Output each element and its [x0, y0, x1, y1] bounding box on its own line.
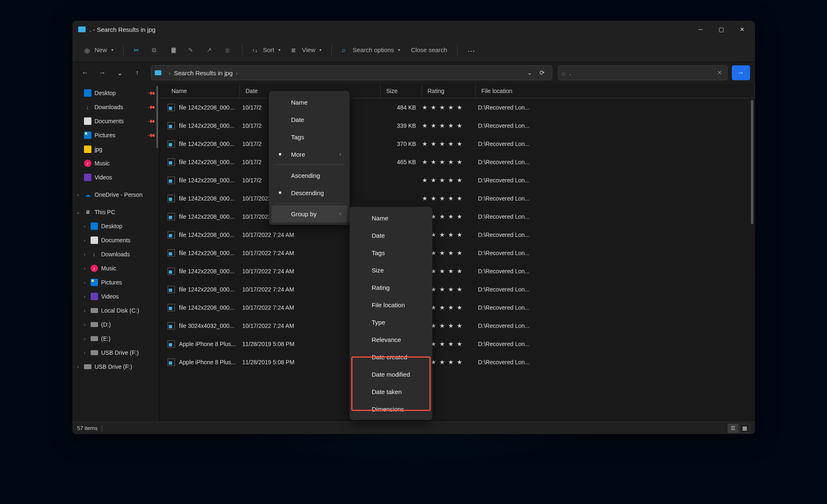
groupby-date-taken[interactable]: Date taken [352, 383, 430, 400]
view-button[interactable]: View▾ [287, 42, 326, 58]
chevron-right-icon[interactable]: › [82, 322, 88, 327]
file-row[interactable]: Apple iPhone 8 Plus...11/28/2019 5:08 PM… [159, 335, 755, 353]
sidebar-item[interactable]: ›Desktop [72, 219, 159, 233]
sidebar-item[interactable]: Downloads📌 [72, 100, 159, 114]
sort-menu-date[interactable]: Date [271, 111, 347, 128]
more-button[interactable] [463, 42, 479, 58]
file-row[interactable]: file 1242x2208_000...10/17/2465 KB★ ★ ★ … [159, 153, 755, 171]
address-bar[interactable]: › Search Results in jpg › ⌄ ⟳ [151, 65, 552, 80]
search-input[interactable]: ⌕ . ✕ [558, 65, 728, 80]
chevron-right-icon[interactable]: › [82, 266, 88, 271]
groupby-dimensions[interactable]: Dimensions [352, 400, 430, 418]
new-button[interactable]: New▾ [80, 42, 117, 58]
sort-menu-name[interactable]: Name [271, 93, 347, 111]
back-button[interactable]: ← [77, 65, 93, 81]
title-bar[interactable]: . - Search Results in jpg ─ ▢ ✕ [72, 21, 755, 38]
groupby-rating[interactable]: Rating [352, 279, 430, 296]
cut-button[interactable] [129, 42, 145, 58]
sidebar-item[interactable]: ›Local Disk (C:) [72, 303, 159, 318]
column-header-name[interactable]: Name [159, 84, 240, 98]
file-row[interactable]: file 3024x4032_000...10/17/2022 7:24 AM★… [159, 317, 755, 335]
chevron-right-icon[interactable]: › [82, 294, 88, 299]
chevron-right-icon[interactable]: › [82, 238, 88, 243]
sort-menu-descending[interactable]: Descending [271, 184, 347, 201]
delete-button[interactable] [221, 42, 236, 58]
groupby-name[interactable]: Name [352, 209, 430, 227]
file-row[interactable]: file 1242x2208_000...10/17/2022 7:24 AM★… [159, 299, 755, 317]
sidebar-item[interactable]: jpg [72, 142, 159, 156]
sidebar-item-usb-drive[interactable]: ›USB Drive (F:) [72, 360, 159, 374]
sidebar-item[interactable]: ›Music [72, 261, 159, 275]
chevron-right-icon[interactable]: › [75, 192, 82, 197]
clear-search-button[interactable]: ✕ [715, 67, 724, 78]
chevron-down-icon[interactable]: ⌄ [75, 210, 82, 215]
file-row[interactable]: file 1242x2208_000...10/17/2022 7:24 AM★… [159, 280, 755, 299]
file-row[interactable]: file 1242x2208_000...10/17/2022 7:24 AM★… [159, 262, 755, 280]
sidebar-item[interactable]: Documents📌 [72, 114, 159, 128]
sidebar-item[interactable]: ›Downloads [72, 247, 159, 261]
file-row[interactable]: file 1242x2208_000...10/17/2★ ★ ★ ★ ★D:\… [159, 171, 755, 189]
file-row[interactable]: file 1242x2208_000...10/17/2022 7:24 AM★… [159, 244, 755, 262]
groupby-date-created[interactable]: Date created [352, 348, 430, 365]
sort-menu-more[interactable]: More› [271, 146, 347, 163]
search-submit-button[interactable]: → [732, 65, 750, 80]
dropdown-button[interactable]: ⌄ [524, 67, 536, 79]
file-row[interactable]: file 1242x2208_000...10/17/2484 KB★ ★ ★ … [159, 98, 755, 117]
sidebar-item-this-pc[interactable]: ⌄This PC [72, 205, 159, 219]
sort-button[interactable]: Sort▾ [248, 42, 285, 58]
close-search-button[interactable]: Close search [407, 42, 451, 58]
chevron-right-icon[interactable]: › [82, 224, 88, 229]
sidebar-item[interactable]: ›(D:) [72, 318, 159, 332]
groupby-tags[interactable]: Tags [352, 244, 430, 261]
chevron-right-icon[interactable]: › [82, 252, 88, 257]
details-view-button[interactable]: ☰ [728, 424, 738, 433]
minimize-button[interactable]: ─ [690, 21, 711, 38]
chevron-right-icon[interactable]: › [82, 308, 88, 313]
sidebar-item[interactable]: ›(E:) [72, 332, 159, 346]
chevron-right-icon[interactable]: › [75, 364, 82, 369]
thumbnails-view-button[interactable]: ▦ [739, 424, 750, 433]
sidebar-item[interactable]: Videos [72, 170, 159, 184]
column-header-size[interactable]: Size [381, 84, 422, 98]
forward-button[interactable]: → [95, 65, 110, 81]
column-header-rating[interactable]: Rating [422, 84, 476, 98]
search-options-button[interactable]: Search options▾ [338, 42, 404, 58]
file-row[interactable]: Apple iPhone 8 Plus...11/28/2019 5:08 PM… [159, 353, 755, 371]
sidebar-item[interactable]: ›Videos [72, 289, 159, 303]
sidebar-item[interactable]: Music [72, 156, 159, 170]
chevron-right-icon[interactable]: › [82, 280, 88, 285]
scrollbar[interactable] [751, 100, 753, 224]
groupby-relevance[interactable]: Relevance [352, 331, 430, 348]
sidebar-item[interactable]: Desktop📌 [72, 86, 159, 100]
file-row[interactable]: file 1242x2208_000...10/17/2022 7:24 AM★… [159, 208, 755, 226]
file-row[interactable]: file 1242x2208_000...10/17/2022 7:24 AM★… [159, 226, 755, 244]
chevron-right-icon[interactable]: › [82, 336, 88, 341]
recent-button[interactable]: ⌄ [112, 65, 128, 81]
chevron-right-icon[interactable]: › [82, 350, 88, 355]
groupby-type[interactable]: Type [352, 313, 430, 331]
sidebar-item[interactable]: Pictures📌 [72, 128, 159, 142]
maximize-button[interactable]: ▢ [711, 21, 732, 38]
sort-menu-tags[interactable]: Tags [271, 128, 347, 146]
groupby-date-modified[interactable]: Date modified [352, 365, 430, 383]
up-button[interactable]: ↑ [129, 65, 145, 81]
groupby-date[interactable]: Date [352, 227, 430, 244]
share-button[interactable] [202, 42, 218, 58]
file-row[interactable]: file 1242x2208_000...10/17/2339 KB★ ★ ★ … [159, 117, 755, 135]
paste-button[interactable] [166, 42, 182, 58]
refresh-button[interactable]: ⟳ [536, 67, 549, 79]
sidebar-item-onedrive[interactable]: ›OneDrive - Person [72, 188, 159, 202]
sidebar-item[interactable]: ›USB Drive (F:) [72, 346, 159, 360]
close-button[interactable]: ✕ [732, 21, 753, 38]
sidebar-item[interactable]: ›Pictures [72, 275, 159, 289]
file-row[interactable]: file 1242x2208_000...10/17/2022 7:24 AM★… [159, 189, 755, 208]
copy-button[interactable] [148, 42, 163, 58]
breadcrumb-item[interactable]: Search Results in jpg [174, 69, 233, 76]
groupby-file-location[interactable]: File location [352, 296, 430, 313]
file-row[interactable]: file 1242x2208_000...10/17/2370 KB★ ★ ★ … [159, 135, 755, 153]
column-header-location[interactable]: File location [476, 84, 755, 98]
rename-button[interactable] [184, 42, 200, 58]
sort-menu-ascending[interactable]: Ascending [271, 167, 347, 184]
sidebar-item[interactable]: ›Documents [72, 233, 159, 247]
groupby-size[interactable]: Size [352, 261, 430, 279]
